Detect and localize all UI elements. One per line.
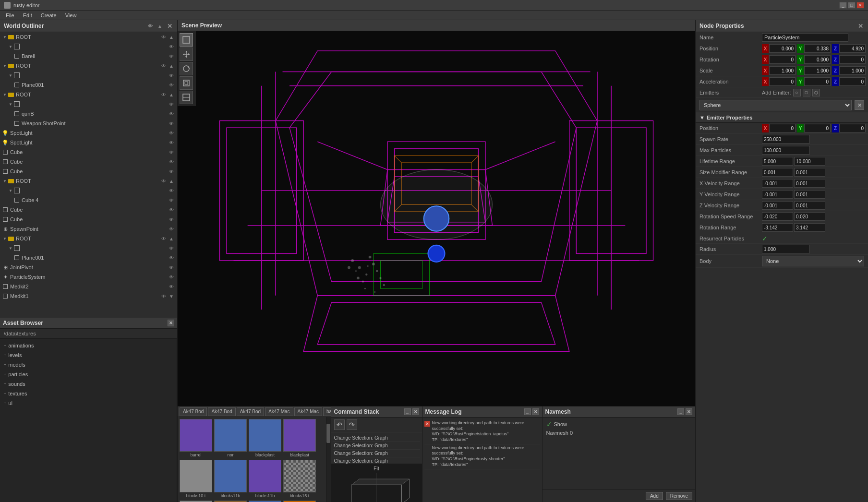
asset-item[interactable]: blocks15.t bbox=[283, 460, 316, 499]
select-tool-button[interactable] bbox=[180, 33, 193, 47]
emitter-properties-header[interactable]: ▼ Emitter Properties bbox=[696, 113, 868, 123]
tree-item-cube4-child[interactable]: Cube 4 👁 bbox=[0, 195, 177, 205]
navmesh-remove-button[interactable]: Remove bbox=[666, 492, 692, 500]
spawn-rate-input[interactable] bbox=[762, 135, 810, 143]
eye-icon[interactable]: 👁 bbox=[168, 81, 175, 89]
accel-y-input[interactable] bbox=[804, 77, 831, 86]
asset-tree-item-levels[interactable]: + levels bbox=[0, 350, 177, 360]
pos-y-input[interactable] bbox=[804, 44, 831, 53]
asset-tab-5[interactable]: barell.tga bbox=[323, 407, 330, 416]
eye-icon[interactable]: 👁 bbox=[160, 33, 168, 41]
accel-x-input[interactable] bbox=[769, 77, 796, 86]
minimize-button[interactable]: _ bbox=[839, 2, 847, 9]
tree-item-medkit1[interactable]: Medkit1 👁 ▼ bbox=[0, 291, 177, 301]
move-tool-button[interactable] bbox=[180, 48, 193, 61]
tree-item-plane001a[interactable]: Plane001 👁 bbox=[0, 80, 177, 90]
tree-item-weapon-shotpoint[interactable]: Weapon:ShotPoint 👁 bbox=[0, 119, 177, 128]
tree-item-root3[interactable]: ▼ ROOT 👁 ▲ bbox=[0, 90, 177, 99]
asset-tree-item-animations[interactable]: + animations bbox=[0, 341, 177, 350]
eye-icon[interactable]: 👁 bbox=[168, 196, 175, 204]
tree-item-cube-b[interactable]: Cube 👁 bbox=[0, 157, 177, 167]
tree-arrow[interactable]: ▼ bbox=[2, 236, 8, 241]
max-particles-input[interactable] bbox=[762, 146, 810, 155]
x-vel-max-input[interactable] bbox=[794, 179, 825, 188]
pos-z-input[interactable] bbox=[839, 44, 866, 53]
tree-item-spotlight1[interactable]: 💡 SpotLight 👁 bbox=[0, 128, 177, 138]
scale-z-input[interactable] bbox=[839, 66, 866, 75]
radius-input[interactable] bbox=[762, 245, 810, 253]
eye-icon[interactable]: 👁 bbox=[168, 110, 175, 118]
tree-arrow[interactable]: ▼ bbox=[8, 101, 13, 107]
asset-item[interactable]: blocks17fl bbox=[214, 501, 247, 502]
minimize-btn[interactable]: _ bbox=[677, 408, 684, 415]
eye-icon[interactable]: 👁 bbox=[168, 120, 175, 127]
pos-x-input[interactable] bbox=[769, 44, 796, 53]
outliner-scroll-up[interactable]: ▲ bbox=[156, 22, 164, 30]
tree-arrow[interactable]: ▼ bbox=[2, 34, 8, 40]
scene-canvas[interactable] bbox=[178, 31, 695, 406]
asset-item[interactable]: nor bbox=[214, 419, 247, 458]
menu-create[interactable]: Create bbox=[37, 12, 60, 19]
epos-x-input[interactable] bbox=[769, 124, 796, 132]
lifetime-max-input[interactable] bbox=[794, 157, 825, 166]
sphere-emitter-icon[interactable]: ○ bbox=[793, 89, 801, 96]
size-mod-min-input[interactable] bbox=[762, 168, 793, 177]
extra-tool-button[interactable] bbox=[180, 91, 193, 104]
tree-item-spotlight2[interactable]: 💡 SpotLight 👁 bbox=[0, 138, 177, 147]
eye-icon[interactable]: 👁 bbox=[168, 129, 175, 137]
scroll-up[interactable]: ▲ bbox=[168, 91, 175, 98]
scroll-down[interactable]: ▼ bbox=[168, 292, 175, 300]
tree-item-jointpivot[interactable]: ⊞ JointPivot 👁 bbox=[0, 263, 177, 272]
minimize-btn[interactable]: _ bbox=[524, 408, 531, 415]
rot-z-input[interactable] bbox=[839, 55, 866, 64]
lifetime-min-input[interactable] bbox=[762, 157, 793, 166]
tree-arrow[interactable]: ▼ bbox=[2, 178, 8, 184]
eye-icon[interactable]: 👁 bbox=[168, 263, 175, 271]
scroll-up[interactable]: ▲ bbox=[168, 177, 175, 185]
asset-tree-item-particles[interactable]: + particles bbox=[0, 370, 177, 379]
x-vel-min-input[interactable] bbox=[762, 179, 793, 188]
remove-emitter-button[interactable]: ✕ bbox=[855, 100, 864, 110]
eye-icon[interactable]: 👁 bbox=[168, 244, 175, 252]
menu-view[interactable]: View bbox=[61, 12, 81, 19]
tree-item-cube-a[interactable]: Cube 👁 bbox=[0, 147, 177, 157]
close-button[interactable]: ✕ bbox=[856, 2, 864, 9]
tree-item-barell[interactable]: Barell 👁 bbox=[0, 51, 177, 61]
tree-item-root1[interactable]: ▼ ROOT 👁 ▲ bbox=[0, 32, 177, 42]
minimize-btn[interactable]: _ bbox=[404, 408, 411, 415]
asset-tree-item-textures[interactable]: + textures bbox=[0, 389, 177, 398]
redo-icon[interactable]: ↷ bbox=[347, 419, 357, 430]
eye-icon[interactable]: 👁 bbox=[168, 283, 175, 290]
eye-icon[interactable]: 👁 bbox=[168, 206, 175, 214]
eye-icon[interactable]: 👁 bbox=[160, 292, 168, 300]
eye-icon[interactable]: 👁 bbox=[168, 158, 175, 166]
eye-icon[interactable]: 👁 bbox=[168, 148, 175, 156]
close-btn[interactable]: ✕ bbox=[532, 408, 539, 415]
asset-item[interactable]: blocks10.t bbox=[180, 460, 212, 499]
eye-icon[interactable]: 👁 bbox=[168, 72, 175, 79]
rot-speed-max-input[interactable] bbox=[794, 212, 825, 221]
eye-icon[interactable]: 👁 bbox=[160, 235, 168, 242]
undo-icon[interactable]: ↶ bbox=[334, 419, 345, 430]
cylinder-emitter-icon[interactable]: ⬡ bbox=[812, 89, 820, 96]
menu-edit[interactable]: Edit bbox=[19, 12, 36, 19]
rot-x-input[interactable] bbox=[769, 55, 796, 64]
asset-item[interactable]: blackplast bbox=[283, 419, 316, 458]
asset-item[interactable]: blocks9.tg bbox=[283, 501, 316, 502]
y-vel-max-input[interactable] bbox=[794, 190, 825, 199]
asset-tab-3[interactable]: Ak47 Mac bbox=[265, 407, 293, 416]
epos-y-input[interactable] bbox=[804, 124, 831, 132]
eye-icon[interactable]: 👁 bbox=[168, 100, 175, 108]
tree-arrow[interactable]: ▼ bbox=[8, 245, 13, 251]
asset-tree-item-ui[interactable]: + ui bbox=[0, 398, 177, 408]
tree-item-cube-e[interactable]: Cube 👁 bbox=[0, 215, 177, 224]
asset-tab-1[interactable]: Ak47 Bod bbox=[208, 407, 235, 416]
tree-arrow[interactable]: ▼ bbox=[2, 92, 8, 97]
asset-tree-item-sounds[interactable]: + sounds bbox=[0, 379, 177, 389]
tree-item-particlesystem[interactable]: ✦ ParticleSystem 👁 bbox=[0, 272, 177, 282]
tree-arrow[interactable]: ▼ bbox=[2, 63, 8, 69]
asset-item[interactable]: blackplast bbox=[249, 419, 281, 458]
eye-icon[interactable]: 👁 bbox=[168, 167, 175, 175]
scale-x-input[interactable] bbox=[769, 66, 796, 75]
tree-item-cube3[interactable]: ▼ 👁 bbox=[0, 99, 177, 109]
